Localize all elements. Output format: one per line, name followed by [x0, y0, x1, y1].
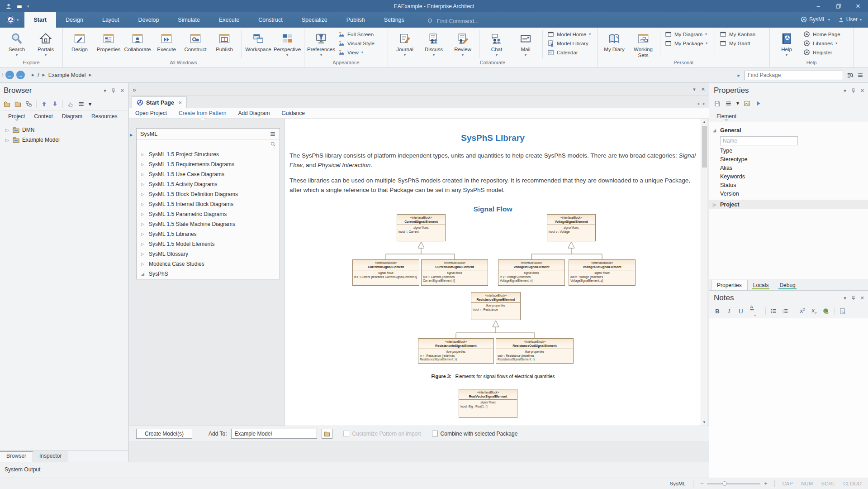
add-to-input[interactable] — [231, 429, 317, 439]
minimize-button[interactable]: – — [808, 0, 828, 12]
zoom-slider-thumb[interactable] — [722, 481, 727, 486]
expand-arrow-icon[interactable]: ▷ — [141, 152, 146, 157]
pattern-item-sysml-1-5-state-machine-diagrams[interactable]: ▷SysML 1.5 State Machine Diagrams — [137, 219, 280, 229]
ribbon-tab-execute[interactable]: Execute — [209, 12, 249, 28]
pattern-item-sysml-1-5-activity-diagrams[interactable]: ▷SysML 1.5 Activity Diagrams — [137, 179, 280, 189]
ribbon-journal-button[interactable]: Journal▾ — [391, 29, 419, 57]
pattern-item-sysml-1-5-use-case-diagrams[interactable]: ▷SysML 1.5 Use Case Diagrams — [137, 169, 280, 179]
diagram-icon[interactable] — [25, 101, 32, 107]
move-down-icon[interactable] — [52, 101, 58, 107]
ribbon-help-button[interactable]: Help▾ — [773, 29, 801, 57]
ribbon-model-home-button[interactable]: Model Home▾ — [545, 30, 594, 38]
uml-block-resistanceinsignalelement[interactable]: «interfaceBlock»ResistanceInSignalElemen… — [418, 338, 494, 364]
ribbon-publish-button[interactable]: Publish — [210, 29, 238, 53]
nav-back-button[interactable]: ← — [5, 71, 14, 79]
ribbon-discuss-button[interactable]: Discuss▾ — [420, 29, 448, 57]
panel-dropdown-icon[interactable]: ▾ — [104, 88, 106, 94]
element-tab[interactable]: Element — [714, 112, 739, 121]
panel-tab-properties[interactable]: Properties — [711, 280, 748, 290]
collapse-list-icon[interactable]: ▸ — [130, 131, 133, 138]
panel-close-icon[interactable]: ✕ — [860, 295, 864, 301]
tab-start-page[interactable]: Start Page × — [132, 96, 187, 108]
uml-block-voltagesignalelement[interactable]: «interfaceBlock»VoltageSignalElementsign… — [547, 214, 596, 241]
move-up-icon[interactable] — [41, 101, 47, 107]
document-icon[interactable] — [839, 308, 846, 315]
name-input[interactable] — [720, 136, 798, 145]
hyperlink-icon[interactable] — [822, 308, 830, 315]
ribbon-my-package-button[interactable]: My Package▾ — [663, 39, 712, 47]
expand-arrow-icon[interactable]: ▷ — [141, 212, 146, 216]
ribbon-design-button[interactable]: Design — [66, 29, 94, 53]
bold-icon[interactable]: B — [714, 308, 721, 315]
ribbon-review-button[interactable]: Review▾ — [449, 29, 477, 57]
expand-arrow-icon[interactable]: ▷ — [141, 182, 146, 187]
pattern-item-sysml-glossary[interactable]: ▷SysML Glossary — [137, 249, 280, 259]
system-output-bar[interactable]: System Output — [0, 462, 709, 478]
folder-icon[interactable] — [14, 101, 21, 107]
ribbon-view-button[interactable]: View▾ — [336, 48, 385, 56]
expand-arrow-icon[interactable]: ▷ — [141, 232, 146, 236]
ribbon-tab-start[interactable]: Start — [24, 12, 56, 28]
combine-package-checkbox[interactable]: Combine with selected Package — [432, 431, 518, 437]
search-package-icon[interactable] — [847, 72, 854, 79]
expand-arrow-icon[interactable]: ▷ — [141, 162, 146, 167]
breadcrumb[interactable]: ▶ / ▶ Example Model ▶ — [32, 72, 92, 78]
expand-arrow-icon[interactable]: ▷ — [141, 172, 146, 177]
scrollbar-thumb[interactable] — [702, 126, 707, 168]
browser-tab-context[interactable]: Context — [30, 112, 56, 121]
restore-button[interactable] — [828, 0, 848, 12]
close-button[interactable]: ✕ — [848, 0, 868, 12]
panel-dropdown-icon[interactable]: ▾ — [844, 88, 846, 94]
user-menu[interactable]: User ▾ — [838, 16, 862, 23]
expand-arrow-icon[interactable]: ▷ — [5, 128, 10, 133]
numbered-list-icon[interactable]: 123 — [782, 308, 789, 314]
tree-item-dmn[interactable]: ▷DMN — [0, 125, 128, 135]
ribbon-perspective-button[interactable]: Perspective▾ — [273, 29, 301, 57]
italic-icon[interactable]: I — [726, 307, 733, 315]
ribbon-tab-specialize[interactable]: Specialize — [292, 12, 337, 28]
expand-arrow-icon[interactable]: ▷ — [141, 202, 146, 206]
tree-item-example-model[interactable]: ▷Example Model — [0, 135, 128, 145]
start-nav-guidance[interactable]: Guidance — [281, 110, 304, 116]
tab-close-icon[interactable]: × — [179, 100, 182, 106]
ribbon-libraries-button[interactable]: Libraries▾ — [802, 39, 850, 47]
uml-block-realvectorsignalelement[interactable]: «interfaceBlock»RealVectorSignalElements… — [459, 389, 517, 418]
ribbon-properties-button[interactable]: Properties — [95, 29, 123, 53]
expand-arrow-icon[interactable]: ▷ — [5, 138, 10, 143]
ribbon-mail-button[interactable]: Mail▾ — [512, 29, 540, 57]
ribbon-tab-construct[interactable]: Construct — [249, 12, 292, 28]
ribbon-construct-button[interactable]: Construct — [181, 29, 209, 53]
uml-block-voltageoutsignalelement[interactable]: «interfaceBlock»VoltageOutSignalElements… — [569, 259, 636, 286]
expand-arrow-icon[interactable]: ◢ — [141, 272, 146, 276]
browse-package-button[interactable] — [322, 429, 332, 439]
property-row-alias[interactable]: Alias — [709, 164, 868, 173]
collapse-arrow-icon[interactable]: ▷ — [713, 202, 717, 207]
document-scrollbar[interactable]: ▲ ▼ — [701, 119, 707, 426]
start-nav-open-project[interactable]: Open Project — [135, 110, 167, 116]
pattern-item-sysml-1-5-internal-block-diagrams[interactable]: ▷SysML 1.5 Internal Block Diagrams — [137, 199, 280, 209]
property-row-stereotype[interactable]: Stereotype — [709, 155, 868, 164]
ribbon-home-page-button[interactable]: Home Page — [802, 30, 850, 38]
uml-block-currentinsignalelement[interactable]: «interfaceBlock»CurrentInSignalElementsi… — [352, 259, 419, 286]
property-row-status[interactable]: Status — [709, 181, 868, 190]
ribbon-workspace-button[interactable]: Workspace — [244, 29, 272, 53]
uml-block-currentsignalelement[interactable]: «interfaceBlock»CurrentSignalElementsign… — [397, 214, 446, 241]
subscript-icon[interactable]: x2 — [811, 307, 818, 315]
ribbon-tab-develop[interactable]: Develop — [128, 12, 168, 28]
section-project[interactable]: ▷Project — [709, 200, 868, 209]
bottom-tab-inspector[interactable]: Inspector — [33, 451, 68, 462]
panel-pin-icon[interactable] — [850, 295, 856, 301]
select-icon[interactable] — [67, 101, 74, 107]
underline-icon[interactable]: U — [737, 308, 745, 315]
find-command-box[interactable]: Find Command... — [427, 18, 479, 24]
zoom-slider[interactable] — [707, 483, 760, 484]
checkbox-box[interactable] — [343, 431, 349, 436]
property-row-version[interactable]: Version — [709, 190, 868, 198]
browser-tab-diagram[interactable]: Diagram — [58, 112, 86, 121]
ribbon-tab-design[interactable]: Design — [56, 12, 93, 28]
new-folder-icon[interactable] — [4, 101, 10, 107]
browser-tab-project[interactable]: Project — [5, 112, 28, 121]
pattern-item-modelica-case-studies[interactable]: ▷Modelica Case Studies — [137, 259, 280, 269]
ribbon-chat-button[interactable]: Chat▾ — [483, 29, 511, 57]
expand-arrow-icon[interactable]: ▷ — [141, 262, 146, 266]
